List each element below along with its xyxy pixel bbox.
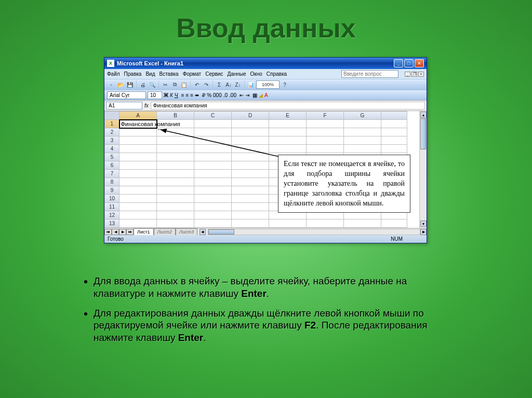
select-all-corner[interactable] bbox=[105, 112, 119, 120]
col-header-f[interactable]: F bbox=[307, 112, 344, 120]
align-right-icon[interactable]: ≡ bbox=[190, 92, 193, 98]
cell[interactable] bbox=[344, 136, 381, 145]
decrease-decimal-icon[interactable]: .0 bbox=[223, 92, 228, 98]
cell[interactable] bbox=[381, 145, 407, 153]
cell[interactable] bbox=[269, 145, 307, 153]
row-header-11[interactable]: 11 bbox=[105, 203, 119, 211]
cell[interactable] bbox=[194, 136, 232, 145]
cell[interactable] bbox=[307, 120, 344, 128]
indent-right-icon[interactable]: ⇥ bbox=[245, 92, 249, 98]
help-search-input[interactable] bbox=[341, 70, 398, 78]
cell[interactable] bbox=[157, 178, 194, 186]
merge-icon[interactable]: ⬌ bbox=[195, 92, 199, 98]
cell-a1[interactable]: Финансовая компания bbox=[119, 120, 157, 128]
redo-icon[interactable]: ↷ bbox=[202, 80, 210, 89]
menu-tools[interactable]: Сервис bbox=[205, 71, 223, 77]
cell[interactable] bbox=[232, 145, 269, 153]
cell[interactable] bbox=[232, 120, 269, 128]
cell[interactable] bbox=[344, 145, 381, 153]
col-header-c[interactable]: C bbox=[194, 112, 232, 120]
cell[interactable] bbox=[344, 219, 381, 228]
cell[interactable] bbox=[307, 136, 344, 145]
cell[interactable] bbox=[194, 178, 232, 186]
cell[interactable] bbox=[232, 128, 269, 136]
cell[interactable] bbox=[194, 120, 232, 128]
row-header-9[interactable]: 9 bbox=[105, 186, 119, 195]
menu-window[interactable]: Окно bbox=[250, 71, 262, 77]
menu-insert[interactable]: Вставка bbox=[159, 71, 178, 77]
row-header-10[interactable]: 10 bbox=[105, 195, 119, 203]
cell[interactable] bbox=[232, 170, 269, 178]
cell[interactable] bbox=[381, 219, 407, 228]
row-header-8[interactable]: 8 bbox=[105, 178, 119, 186]
cell[interactable] bbox=[194, 219, 232, 228]
doc-minimize-button[interactable]: _ bbox=[405, 72, 410, 77]
paste-icon[interactable]: 📋 bbox=[180, 80, 188, 89]
cell[interactable] bbox=[194, 203, 232, 211]
print-icon[interactable]: 🖨 bbox=[139, 80, 147, 89]
sort-asc-icon[interactable]: A↓ bbox=[224, 80, 233, 89]
cell[interactable] bbox=[194, 128, 232, 136]
cell[interactable] bbox=[119, 178, 157, 186]
row-header-7[interactable]: 7 bbox=[105, 170, 119, 178]
sheet-tab-2[interactable]: Лист2 bbox=[154, 228, 176, 235]
align-center-icon[interactable]: ≡ bbox=[185, 92, 189, 98]
col-header-b[interactable]: B bbox=[157, 112, 194, 120]
cell[interactable] bbox=[232, 136, 269, 145]
cell[interactable] bbox=[119, 203, 157, 211]
row-header-2[interactable]: 2 bbox=[105, 128, 119, 136]
hscroll-thumb[interactable] bbox=[208, 229, 234, 235]
menu-help[interactable]: Справка bbox=[267, 71, 287, 77]
sheet-tab-3[interactable]: Лист3 bbox=[176, 228, 197, 235]
cell[interactable] bbox=[232, 178, 269, 186]
tab-nav-next-icon[interactable]: ▶ bbox=[119, 229, 126, 235]
cell[interactable] bbox=[269, 128, 307, 136]
scroll-right-icon[interactable]: ▶ bbox=[420, 229, 427, 235]
cell[interactable] bbox=[381, 136, 407, 145]
row-header-4[interactable]: 4 bbox=[105, 145, 119, 153]
fx-icon[interactable]: fx bbox=[144, 103, 149, 108]
undo-icon[interactable]: ↶ bbox=[193, 80, 201, 89]
cell[interactable] bbox=[381, 120, 407, 128]
cell[interactable] bbox=[344, 120, 381, 128]
cell[interactable] bbox=[344, 128, 381, 136]
col-header-e[interactable]: E bbox=[269, 112, 307, 120]
cell[interactable] bbox=[194, 161, 232, 170]
copy-icon[interactable]: ⧉ bbox=[170, 80, 179, 89]
cell[interactable] bbox=[119, 128, 157, 136]
cell[interactable] bbox=[157, 170, 194, 178]
cell[interactable] bbox=[157, 211, 194, 219]
scroll-down-icon[interactable]: ▼ bbox=[420, 221, 427, 227]
cell[interactable] bbox=[119, 161, 157, 170]
minimize-button[interactable]: _ bbox=[394, 59, 403, 67]
hscroll-track[interactable] bbox=[208, 229, 420, 235]
cell[interactable] bbox=[194, 170, 232, 178]
align-left-icon[interactable]: ≡ bbox=[181, 92, 184, 98]
indent-left-icon[interactable]: ⇤ bbox=[240, 92, 244, 98]
scroll-up-icon[interactable]: ▲ bbox=[420, 112, 427, 118]
menu-file[interactable]: Файл bbox=[107, 71, 120, 77]
cell[interactable] bbox=[307, 219, 344, 228]
cell[interactable] bbox=[119, 153, 157, 161]
cell[interactable] bbox=[232, 153, 269, 161]
vertical-scrollbar[interactable]: ▲ ▼ bbox=[419, 111, 427, 228]
font-name-dropdown[interactable]: Arial Cyr bbox=[107, 91, 146, 99]
sum-icon[interactable]: Σ bbox=[215, 80, 223, 89]
cell[interactable] bbox=[269, 120, 307, 128]
vscroll-thumb[interactable] bbox=[420, 118, 426, 149]
cell[interactable] bbox=[232, 195, 269, 203]
tab-nav-first-icon[interactable]: ⏮ bbox=[104, 229, 112, 235]
formula-input[interactable]: Финансовая компания bbox=[151, 102, 425, 109]
cell[interactable] bbox=[194, 145, 232, 153]
cell[interactable] bbox=[157, 161, 194, 170]
cell[interactable] bbox=[381, 128, 407, 136]
font-color-icon[interactable]: A bbox=[264, 92, 268, 98]
increase-decimal-icon[interactable]: .00 bbox=[229, 92, 236, 98]
cell[interactable] bbox=[119, 195, 157, 203]
cell[interactable] bbox=[157, 203, 194, 211]
cell[interactable] bbox=[307, 145, 344, 153]
italic-icon[interactable]: К bbox=[170, 92, 173, 98]
cell[interactable] bbox=[232, 186, 269, 195]
cell[interactable] bbox=[157, 145, 194, 153]
row-header-1[interactable]: 1 bbox=[105, 120, 119, 128]
